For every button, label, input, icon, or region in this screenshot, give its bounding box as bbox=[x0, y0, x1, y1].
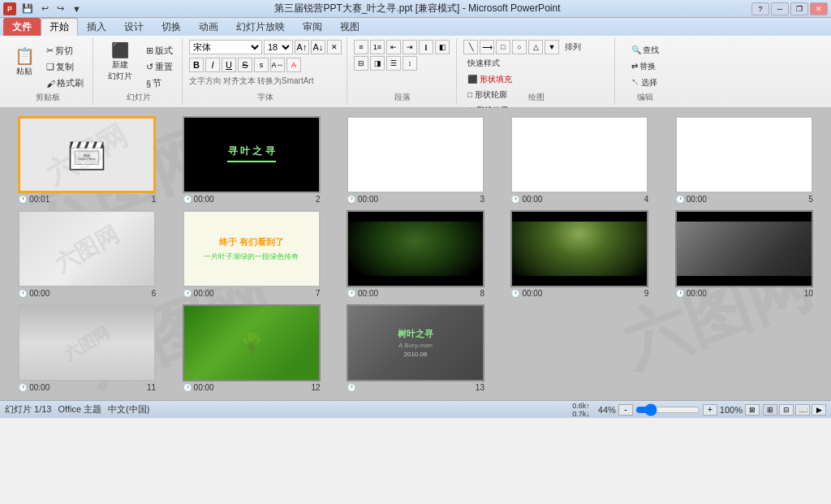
fontcolor-button[interactable]: A bbox=[286, 58, 301, 72]
more-shapes-button[interactable]: ▼ bbox=[545, 40, 559, 54]
redo-button[interactable]: ↪ bbox=[54, 2, 67, 15]
shape3-button[interactable]: □ bbox=[496, 40, 510, 54]
slide-thumb-11[interactable]: 六图网 bbox=[18, 304, 156, 381]
charspace-button[interactable]: A↔ bbox=[270, 58, 285, 72]
paste-button[interactable]: 📋 粘贴 bbox=[8, 40, 41, 85]
slide-item-3[interactable]: 🕐 00:00 3 bbox=[337, 116, 494, 204]
clear-format-button[interactable]: ✕ bbox=[327, 40, 342, 54]
align-center-button[interactable]: ⊟ bbox=[354, 56, 368, 71]
tab-start[interactable]: 开始 bbox=[41, 18, 78, 36]
align-label: 对齐文本 bbox=[223, 75, 256, 87]
slide-thumb-7[interactable]: 终于 有们看到了 一片叶子渐绿的一段绿色传奇 bbox=[183, 210, 321, 287]
tab-slideshow[interactable]: 幻灯片放映 bbox=[227, 18, 294, 36]
slide-thumb-4[interactable] bbox=[510, 116, 648, 193]
slide-item-8[interactable]: 🕐 00:00 8 bbox=[337, 210, 494, 298]
underline-button[interactable]: U bbox=[222, 58, 236, 72]
slides-label: 幻灯片 bbox=[95, 92, 182, 103]
slide-thumb-6[interactable]: 六图网 bbox=[18, 210, 156, 287]
bold-button[interactable]: B bbox=[189, 58, 204, 72]
slide-thumb-2[interactable]: 寻 叶 之 寻 bbox=[183, 116, 321, 193]
close-button[interactable]: ✕ bbox=[810, 2, 828, 15]
restore-button[interactable]: ❐ bbox=[790, 2, 808, 15]
line-spacing-button[interactable]: ↕ bbox=[403, 56, 417, 71]
slide-item-2[interactable]: 寻 叶 之 寻 🕐 00:00 2 bbox=[172, 116, 329, 204]
cut-button[interactable]: ✂ 剪切 bbox=[42, 43, 88, 58]
font-size-select[interactable]: 18 bbox=[264, 40, 293, 54]
slide-thumb-5[interactable] bbox=[675, 116, 813, 193]
select-button[interactable]: ↖ 选择 bbox=[627, 75, 662, 90]
slide-thumb-3[interactable] bbox=[347, 116, 484, 193]
find-button[interactable]: 🔍 查找 bbox=[627, 43, 664, 58]
justify-button[interactable]: ☰ bbox=[386, 56, 401, 71]
shrink-font-button[interactable]: A↓ bbox=[311, 40, 325, 54]
slide-thumb-10[interactable] bbox=[675, 210, 813, 287]
shape1-button[interactable]: ╲ bbox=[463, 40, 478, 54]
tab-file[interactable]: 文件 bbox=[3, 18, 41, 36]
tab-transition[interactable]: 切换 bbox=[153, 18, 190, 36]
shape5-button[interactable]: △ bbox=[528, 40, 543, 54]
shape-fill-button[interactable]: ⬛ 形状填充 bbox=[463, 72, 516, 87]
section-button[interactable]: § 节 bbox=[142, 75, 177, 91]
align-right-button[interactable]: ◨ bbox=[370, 56, 385, 71]
slide-item-13[interactable]: 树叶之寻 A Bury-man 2010.08 🕐 13 bbox=[337, 304, 494, 392]
tab-design[interactable]: 设计 bbox=[115, 18, 153, 36]
zoom-out-button[interactable]: - bbox=[618, 404, 633, 416]
normal-view-button[interactable]: ⊞ bbox=[763, 404, 777, 416]
zoom-in-button[interactable]: + bbox=[703, 404, 717, 416]
grow-font-button[interactable]: A↑ bbox=[295, 40, 309, 54]
slide-item-5[interactable]: 🕐 00:00 5 bbox=[665, 116, 823, 204]
slide-item-4[interactable]: 🕐 00:00 4 bbox=[501, 116, 658, 204]
quick-styles-button[interactable]: 快速样式 bbox=[463, 56, 504, 71]
tab-review[interactable]: 审阅 bbox=[294, 18, 331, 36]
strikethrough-button[interactable]: S bbox=[238, 58, 252, 72]
help-button[interactable]: ? bbox=[751, 2, 769, 15]
slide-item-1[interactable]: 六图网 摄政 Ningbo Palace bbox=[8, 116, 166, 204]
reading-view-button[interactable]: 📖 bbox=[795, 404, 810, 416]
italic-button[interactable]: I bbox=[205, 58, 220, 72]
slide-item-7[interactable]: 终于 有们看到了 一片叶子渐绿的一段绿色传奇 🕐 00:00 7 bbox=[172, 210, 329, 298]
tab-animation[interactable]: 动画 bbox=[190, 18, 227, 36]
copy-button[interactable]: ❑ 复制 bbox=[42, 59, 88, 75]
fit-page-button[interactable]: ⊠ bbox=[745, 404, 760, 416]
reset-button[interactable]: ↺ 重置 bbox=[142, 59, 177, 75]
slide-item-6[interactable]: 六图网 🕐 00:00 6 bbox=[8, 210, 166, 298]
shape4-button[interactable]: ○ bbox=[512, 40, 527, 54]
format-painter-button[interactable]: 🖌 格式刷 bbox=[42, 75, 88, 91]
font-name-select[interactable]: 宋体 bbox=[189, 40, 262, 54]
slide-thumb-8[interactable] bbox=[347, 210, 484, 287]
slide-item-12[interactable]: 🌳 🕐 00:00 12 bbox=[172, 304, 329, 392]
slide-number-9: 9 bbox=[644, 289, 649, 298]
layout-button[interactable]: ⊞ 版式 bbox=[142, 43, 177, 58]
slide-sorter-button[interactable]: ⊟ bbox=[779, 404, 794, 416]
slide-item-11[interactable]: 六图网 🕐 00:00 11 bbox=[8, 304, 166, 392]
increase-indent-button[interactable]: ⇥ bbox=[403, 40, 417, 54]
slide-item-10[interactable]: 🕐 00:00 10 bbox=[665, 210, 823, 298]
reset-icon: ↺ bbox=[146, 62, 153, 72]
align-left-button[interactable]: ◧ bbox=[435, 40, 450, 54]
slide-thumb-13[interactable]: 树叶之寻 A Bury-man 2010.08 bbox=[347, 304, 484, 381]
slide-info-8: 🕐 00:00 8 bbox=[347, 289, 484, 298]
slide-thumb-9[interactable] bbox=[510, 210, 648, 287]
slide-thumb-12[interactable]: 🌳 bbox=[183, 304, 321, 381]
slide-thumb-1[interactable]: 六图网 摄政 Ningbo Palace bbox=[18, 116, 156, 193]
tab-view[interactable]: 视图 bbox=[331, 18, 368, 36]
minimize-button[interactable]: ─ bbox=[771, 2, 789, 15]
slide-item-9[interactable]: 🕐 00:00 9 bbox=[501, 210, 658, 298]
clock-icon-12: 🕐 bbox=[183, 383, 192, 392]
customize-button[interactable]: ▼ bbox=[70, 3, 84, 15]
replace-button[interactable]: ⇄ 替换 bbox=[627, 59, 661, 74]
slideshow-button[interactable]: ▶ bbox=[812, 404, 826, 416]
tab-insert[interactable]: 插入 bbox=[78, 18, 115, 36]
shape2-button[interactable]: ⟶ bbox=[480, 40, 494, 54]
clock-icon-11: 🕐 bbox=[18, 383, 28, 392]
save-button[interactable]: 💾 bbox=[19, 2, 36, 15]
undo-button[interactable]: ↩ bbox=[39, 2, 51, 15]
bullets-button[interactable]: ≡ bbox=[354, 40, 368, 54]
zoom-slider[interactable] bbox=[635, 403, 700, 416]
columns-button[interactable]: ⫿ bbox=[419, 40, 433, 54]
decrease-indent-button[interactable]: ⇤ bbox=[386, 40, 401, 54]
new-slide-button[interactable]: ⬛ 新建幻灯片 bbox=[100, 40, 140, 85]
numbering-button[interactable]: 1≡ bbox=[370, 40, 385, 54]
arrange-button[interactable]: 排列 bbox=[561, 40, 585, 54]
shadow-button[interactable]: s bbox=[254, 58, 269, 72]
